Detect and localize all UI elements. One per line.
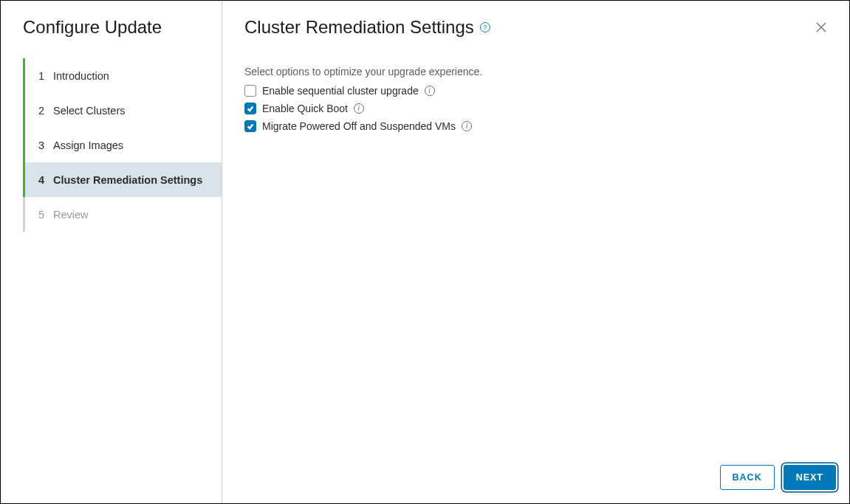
option-label[interactable]: Enable Quick Boot xyxy=(262,103,348,114)
next-button[interactable]: NEXT xyxy=(784,465,836,490)
wizard-footer: BACK NEXT xyxy=(222,453,849,503)
step-number: 3 xyxy=(38,139,53,151)
check-icon xyxy=(247,122,254,130)
option-sequential-upgrade: Enable sequential cluster upgrade i xyxy=(244,85,827,97)
step-label: Introduction xyxy=(53,70,118,82)
step-number: 2 xyxy=(38,105,53,117)
check-icon xyxy=(247,105,254,112)
step-number: 1 xyxy=(38,70,53,82)
checkbox-migrate-vms[interactable] xyxy=(244,120,256,132)
checkbox-quick-boot[interactable] xyxy=(244,103,256,114)
step-assign-images[interactable]: 3 Assign Images xyxy=(23,128,222,162)
info-icon[interactable]: i xyxy=(354,103,364,114)
main-header: Cluster Remediation Settings ? xyxy=(222,1,849,38)
option-migrate-vms: Migrate Powered Off and Suspended VMs i xyxy=(244,120,827,132)
step-number: 4 xyxy=(38,174,53,186)
help-icon[interactable]: ? xyxy=(480,22,490,32)
step-label: Assign Images xyxy=(53,139,132,151)
step-select-clusters[interactable]: 2 Select Clusters xyxy=(23,93,222,128)
close-icon xyxy=(816,22,826,32)
back-button[interactable]: BACK xyxy=(720,465,775,490)
wizard-main: Cluster Remediation Settings ? Select op… xyxy=(222,1,849,503)
info-icon[interactable]: i xyxy=(425,86,435,96)
option-quick-boot: Enable Quick Boot i xyxy=(244,103,827,114)
content-description: Select options to optimize your upgrade … xyxy=(244,66,827,77)
checkbox-sequential-upgrade[interactable] xyxy=(244,85,256,97)
option-label[interactable]: Migrate Powered Off and Suspended VMs xyxy=(262,120,456,132)
step-label: Cluster Remediation Settings xyxy=(53,174,211,186)
step-introduction[interactable]: 1 Introduction xyxy=(23,58,222,93)
step-review[interactable]: 5 Review xyxy=(23,197,222,232)
page-title-text: Cluster Remediation Settings xyxy=(244,17,474,38)
info-icon[interactable]: i xyxy=(462,121,472,131)
step-label: Select Clusters xyxy=(53,105,134,117)
wizard-steps: 1 Introduction 2 Select Clusters 3 Assig… xyxy=(1,58,222,232)
dialog-wizard: Configure Update 1 Introduction 2 Select… xyxy=(1,1,849,503)
step-number: 5 xyxy=(38,209,53,221)
page-title: Cluster Remediation Settings ? xyxy=(244,17,490,38)
step-cluster-remediation-settings[interactable]: 4 Cluster Remediation Settings xyxy=(23,162,222,197)
main-content: Select options to optimize your upgrade … xyxy=(222,38,849,453)
sidebar-title: Configure Update xyxy=(1,17,222,58)
option-label[interactable]: Enable sequential cluster upgrade xyxy=(262,85,419,97)
close-button[interactable] xyxy=(814,20,829,35)
wizard-sidebar: Configure Update 1 Introduction 2 Select… xyxy=(1,1,222,503)
step-label: Review xyxy=(53,209,97,221)
